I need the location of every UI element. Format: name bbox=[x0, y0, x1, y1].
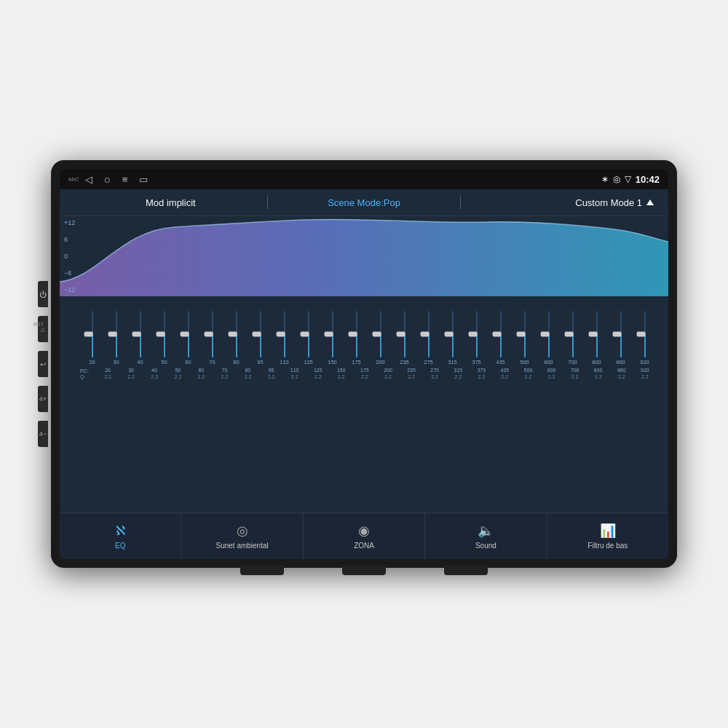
slider-fill-500 bbox=[524, 334, 526, 357]
vol-up-button[interactable]: 4+ bbox=[38, 386, 48, 412]
mod-implicit[interactable]: Mod implicit bbox=[74, 197, 267, 208]
nav-menu-icon[interactable]: ≡ bbox=[122, 174, 128, 185]
slider-thumb-235[interactable] bbox=[396, 332, 405, 337]
sliders-row bbox=[80, 299, 657, 357]
fc-value-800: 800 bbox=[592, 359, 601, 365]
nav-home-icon[interactable]: ○ bbox=[104, 173, 111, 186]
slider-track-800[interactable] bbox=[596, 311, 598, 357]
fc-value-150: 150 bbox=[328, 359, 337, 365]
slider-track-200[interactable] bbox=[380, 311, 381, 357]
slider-track-150[interactable] bbox=[332, 311, 333, 357]
fc-value-125: 125 bbox=[304, 359, 313, 365]
q-value-display: 2.2 bbox=[119, 374, 143, 379]
slider-thumb-70[interactable] bbox=[204, 332, 213, 337]
db-plus12: +12 bbox=[64, 219, 75, 226]
slider-track-700[interactable] bbox=[572, 311, 574, 357]
fc-375-display: 375 bbox=[470, 368, 493, 374]
slider-track-125[interactable] bbox=[308, 311, 309, 357]
home-button[interactable]: ⌂ bbox=[38, 316, 48, 342]
slider-track-860[interactable] bbox=[620, 311, 622, 357]
slider-track-50[interactable] bbox=[164, 311, 165, 357]
nav-filtru[interactable]: 📊 Filtru de bas bbox=[547, 513, 668, 559]
slider-track-30[interactable] bbox=[116, 311, 117, 357]
slider-track-175[interactable] bbox=[356, 311, 357, 357]
slider-thumb-375[interactable] bbox=[468, 332, 477, 337]
nav-zona[interactable]: ◉ ZONA bbox=[304, 513, 425, 559]
slider-thumb-800[interactable] bbox=[588, 332, 597, 337]
fc-value-920: 920 bbox=[640, 359, 649, 365]
time-display: 10:42 bbox=[636, 174, 660, 185]
custom-mode[interactable]: Custom Mode 1 bbox=[461, 197, 654, 208]
nav-ambient[interactable]: ◎ Sunet ambiental bbox=[181, 513, 303, 559]
slider-thumb-125[interactable] bbox=[300, 332, 309, 337]
slider-track-275[interactable] bbox=[428, 311, 430, 357]
slider-thumb-500[interactable] bbox=[516, 332, 525, 337]
slider-track-80[interactable] bbox=[236, 311, 237, 357]
slider-thumb-80[interactable] bbox=[228, 332, 237, 337]
slider-thumb-920[interactable] bbox=[636, 332, 645, 337]
eq-icon: ℵ bbox=[116, 523, 125, 539]
slider-track-600[interactable] bbox=[548, 311, 550, 357]
slider-col-500 bbox=[513, 311, 537, 357]
slider-track-235[interactable] bbox=[404, 311, 405, 357]
nav-sound[interactable]: 🔈 Sound bbox=[425, 513, 547, 559]
slider-track-435[interactable] bbox=[500, 311, 502, 357]
slider-thumb-275[interactable] bbox=[420, 332, 429, 337]
fc-value-200: 200 bbox=[376, 359, 385, 365]
slider-thumb-700[interactable] bbox=[564, 332, 573, 337]
slider-track-20[interactable] bbox=[92, 311, 93, 357]
slider-fill-800 bbox=[596, 334, 598, 357]
slider-track-375[interactable] bbox=[476, 311, 478, 357]
freq-col-125: 125 bbox=[296, 359, 320, 365]
slider-track-500[interactable] bbox=[524, 311, 526, 357]
slider-track-40[interactable] bbox=[140, 311, 141, 357]
q-value-display: 2.2 bbox=[260, 374, 283, 379]
slider-thumb-95[interactable] bbox=[252, 332, 261, 337]
slider-track-70[interactable] bbox=[212, 311, 213, 357]
slider-thumb-110[interactable] bbox=[276, 332, 285, 337]
nav-recent-icon[interactable]: ▭ bbox=[139, 174, 148, 185]
slider-thumb-30[interactable] bbox=[108, 332, 116, 337]
slider-col-700 bbox=[561, 311, 585, 357]
sound-label: Sound bbox=[475, 542, 496, 550]
slider-track-95[interactable] bbox=[260, 311, 261, 357]
slider-track-315[interactable] bbox=[452, 311, 454, 357]
scene-mode[interactable]: Scene Mode:Pop bbox=[268, 197, 461, 208]
slider-fill-200 bbox=[380, 334, 381, 357]
fc-value-20: 20 bbox=[89, 359, 95, 365]
slider-col-800 bbox=[585, 311, 609, 357]
slider-thumb-200[interactable] bbox=[372, 332, 381, 337]
slider-thumb-315[interactable] bbox=[444, 332, 453, 337]
nav-back-icon[interactable]: ◁ bbox=[85, 174, 92, 185]
fc-value-95: 95 bbox=[257, 359, 263, 365]
slider-thumb-50[interactable] bbox=[156, 332, 165, 337]
slider-thumb-175[interactable] bbox=[348, 332, 357, 337]
slider-thumb-860[interactable] bbox=[612, 332, 621, 337]
fc-value-500: 500 bbox=[520, 359, 529, 365]
slider-fill-30 bbox=[116, 334, 117, 357]
slider-track-920[interactable] bbox=[644, 311, 646, 357]
fc-40-display: 40 bbox=[143, 368, 166, 374]
power-button[interactable]: ⏻ bbox=[38, 281, 48, 307]
slider-thumb-60[interactable] bbox=[180, 332, 189, 337]
vol-down-button[interactable]: 4− bbox=[38, 421, 48, 447]
fc-value-70: 70 bbox=[209, 359, 215, 365]
slider-thumb-20[interactable] bbox=[84, 332, 92, 337]
slider-thumb-40[interactable] bbox=[132, 332, 141, 337]
fc-value-600: 600 bbox=[544, 359, 553, 365]
slider-track-60[interactable] bbox=[188, 311, 189, 357]
wifi-icon: ▽ bbox=[625, 174, 631, 184]
slider-thumb-150[interactable] bbox=[324, 332, 333, 337]
q-value-display: 2.2 bbox=[143, 374, 166, 379]
q-value-display: 2.2 bbox=[189, 374, 213, 379]
fc-175-display: 175 bbox=[353, 368, 376, 374]
bluetooth-icon: ∗ bbox=[601, 174, 609, 184]
q-value-display: 2.2 bbox=[423, 374, 446, 379]
nav-eq[interactable]: ℵ EQ bbox=[60, 513, 181, 559]
back-button[interactable]: ↩ bbox=[38, 351, 48, 377]
status-right: ∗ ◎ ▽ 10:42 bbox=[601, 174, 660, 185]
bottom-mounts bbox=[240, 565, 488, 575]
slider-thumb-600[interactable] bbox=[540, 332, 549, 337]
slider-thumb-435[interactable] bbox=[492, 332, 501, 337]
slider-track-110[interactable] bbox=[284, 311, 285, 357]
